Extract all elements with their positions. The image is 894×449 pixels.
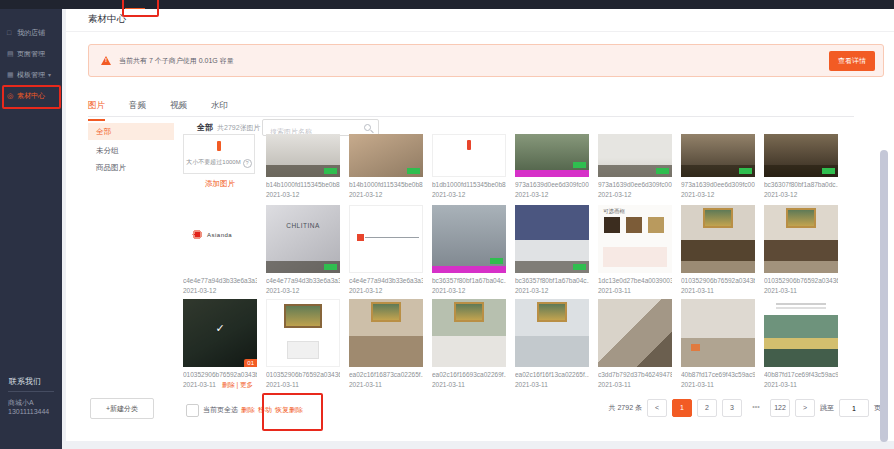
image-date: 2021-03-11 [764,381,838,388]
gallery-row: Asiandac4e4e77a94d3b33e6a3a3...2021-03-1… [183,205,838,294]
gallery-row: 大小不要超过1000M? 添加图片 b14b1000fd115345be0b8.… [183,134,838,198]
image-date-text: 2021-03-11 [764,287,797,294]
tab-watermark[interactable]: 水印 [211,100,228,121]
image-card[interactable]: 可选画框1dc13e0d27be4a0039003...2021-03-11 [598,205,672,294]
image-date: 2021-03-12 [432,191,506,198]
tab-images[interactable]: 图片 [88,100,105,121]
image-thumbnail[interactable] [432,205,506,273]
image-card[interactable]: bc36307f80bf1a87ba0dc...2021-03-12 [764,134,838,198]
image-filename: 010352906b76592a03436... [764,277,838,284]
image-card[interactable]: ea02c16f16f13ca02265f...2021-03-11 [515,299,589,390]
image-thumbnail[interactable] [432,134,506,177]
view-details-button[interactable]: 查看详情 [829,51,875,71]
image-thumbnail[interactable] [515,205,589,273]
image-filename: bc36307f80bf1a87ba0dc... [764,181,838,188]
image-card[interactable]: ea02c16f16873ca02265f...2021-03-11 [349,299,423,390]
image-thumbnail[interactable] [349,134,423,177]
image-filename: 010352906b76592a0343b... [681,277,755,284]
page-title: 素材中心 [88,13,126,26]
image-filename: c4e4e77a94d3b33e6a3a3... [183,277,257,284]
pagination-ellipsis: ••• [747,399,765,415]
sidebar-item-my-store[interactable]: □ 我的店铺 [0,22,62,43]
image-thumbnail[interactable]: Asianda [183,205,257,273]
image-card[interactable]: 010352906b76592a03436...2021-03-11 [266,299,340,390]
select-all-checkbox[interactable] [186,404,199,417]
image-thumbnail[interactable] [515,299,589,367]
image-card[interactable]: 40b87fd17ce69f43c59ac9...2021-03-11 [764,299,838,390]
sidebar-item-template-management[interactable]: ▦ 模板管理 ▾ [0,64,62,85]
image-card[interactable]: bc36357f80bf1a67ba04c...2021-03-12 [432,205,506,294]
tab-audio[interactable]: 音频 [129,100,146,121]
add-image-button[interactable]: 添加图片 [183,179,257,189]
image-thumbnail[interactable] [266,134,340,177]
category-product-images[interactable]: 商品图片 [96,163,126,173]
image-card[interactable]: 973a1639d0ee6d309fc00...2021-03-12 [515,134,589,198]
store-icon: □ [7,29,17,36]
pagination-page-3[interactable]: 3 [722,399,742,417]
header-divider [66,31,894,32]
pagination-next-button[interactable]: > [795,399,815,417]
upload-dropzone[interactable]: 大小不要超过1000M? [183,134,255,174]
image-card[interactable]: 40b87fd17ce69f43c59ac9...2021-03-11 [681,299,755,390]
image-count: 共2792张图片 [217,123,261,133]
tab-video[interactable]: 视频 [170,100,187,121]
move-button[interactable]: 移动 [258,405,272,415]
image-thumbnail[interactable] [432,299,506,367]
image-thumbnail[interactable] [764,134,838,177]
image-card[interactable]: 010352906b76592a03436...2021-03-11 [764,205,838,294]
sidebar-item-page-management[interactable]: ▤ 页面管理 [0,43,62,64]
image-thumbnail[interactable] [515,134,589,177]
image-thumbnail[interactable] [764,205,838,273]
pagination-jump-input[interactable] [839,399,869,417]
scope-label: 全部 [197,122,213,133]
image-thumbnail[interactable] [598,299,672,367]
pagination-page-122[interactable]: 122 [770,399,790,417]
image-thumbnail[interactable] [681,299,755,367]
restore-deleted-button[interactable]: 恢复删除 [275,405,303,415]
image-card[interactable]: CHLITINAc4e4e77a94d3b33e6a3a3...2021-03-… [266,205,340,294]
image-card[interactable]: c3dd7b792d37b46249478...2021-03-11 [598,299,672,390]
image-filename: c4e4e77a94d3b33e6a3a3... [349,277,423,284]
pagination-prev-button[interactable]: < [647,399,667,417]
pagination-page-2[interactable]: 2 [697,399,717,417]
image-card[interactable]: bc36357f80bf1a67ba04c...2021-03-12 [515,205,589,294]
image-thumbnail[interactable] [764,299,838,367]
image-card[interactable]: b14b1000fd115345be0b8...2021-03-12 [266,134,340,198]
image-thumbnail[interactable]: 可选画框 [598,205,672,273]
image-card[interactable]: b14b1000fd115345be0b8...2021-03-12 [349,134,423,198]
image-date: 2021-03-12 [432,287,506,294]
pagination-total: 共 2792 条 [609,403,642,413]
check-icon: ✓ [183,321,257,334]
card-hover-actions[interactable]: 删除 | 更多 [222,381,253,388]
image-date: 2021-03-11 [515,381,589,388]
image-filename: 010352906b76592a03436... [266,371,340,378]
category-ungrouped[interactable]: 未分组 [96,146,119,156]
image-card[interactable]: 973a1639d0ee6d309fc00...2021-03-12 [681,134,755,198]
image-thumbnail[interactable] [266,299,340,367]
sidebar-item-material-center[interactable]: ◎ 素材中心 [0,85,62,106]
image-thumbnail[interactable] [349,205,423,273]
image-thumbnail[interactable] [681,134,755,177]
image-date-text: 2021-03-12 [515,287,548,294]
category-all[interactable]: 全部 [88,123,174,140]
image-thumbnail[interactable] [681,205,755,273]
image-card[interactable]: ea02c16f16693ca02269f...2021-03-11 [432,299,506,390]
image-card[interactable]: ✓01010352906b76592a0343b...2021-03-11删除 … [183,299,257,390]
image-thumbnail[interactable]: CHLITINA [266,205,340,273]
image-card[interactable]: 010352906b76592a0343b...2021-03-11 [681,205,755,294]
image-date: 2021-03-11 [598,381,672,388]
image-date-text: 2021-03-12 [764,191,797,198]
scrollbar-thumb[interactable] [880,150,888,442]
image-card[interactable]: c4e4e77a94d3b33e6a3a3...2021-03-12 [349,205,423,294]
image-thumbnail[interactable]: ✓01 [183,299,257,367]
image-thumbnail[interactable] [598,134,672,177]
image-thumbnail[interactable] [349,299,423,367]
pagination-page-1[interactable]: 1 [672,399,692,417]
image-card[interactable]: Asiandac4e4e77a94d3b33e6a3a3...2021-03-1… [183,205,257,294]
image-date: 2021-03-11 [764,287,838,294]
image-card[interactable]: b1db1000fd115345be0b8...2021-03-12 [432,134,506,198]
delete-button[interactable]: 删除 [241,405,255,415]
image-card[interactable]: 973a1639d0ee6d309fc00...2021-03-12 [598,134,672,198]
image-date: 2021-03-11 [681,287,755,294]
new-category-button[interactable]: +新建分类 [90,398,154,419]
